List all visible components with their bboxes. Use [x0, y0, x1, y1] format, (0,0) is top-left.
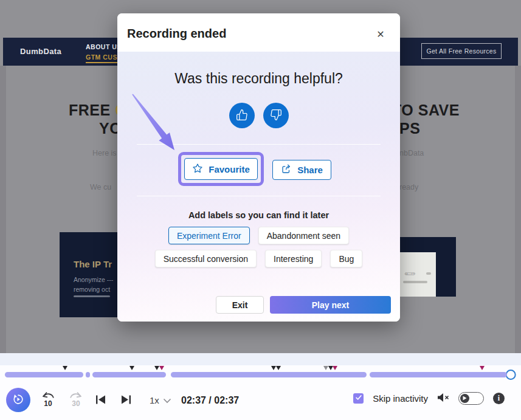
page-gutter-right	[515, 66, 521, 353]
nav-item-about-us: ABOUT US	[86, 43, 122, 50]
share-button[interactable]: Share	[272, 160, 331, 180]
playback-speed-selector[interactable]: 1x	[150, 395, 171, 405]
free-resources-button: Get All Free Resources	[421, 43, 502, 59]
recording-ended-dialog: Recording ended ✕ Was this recording hel…	[117, 13, 400, 322]
timeline-segment[interactable]	[5, 372, 83, 377]
play-next-button[interactable]: Play next	[270, 296, 391, 314]
feature-card-title: The IP Tr	[74, 259, 112, 269]
share-label: Share	[297, 165, 323, 175]
timeline-segment[interactable]	[171, 372, 366, 377]
skip-inactivity-label[interactable]: Skip inactivity	[373, 393, 428, 404]
timeline-segment[interactable]	[370, 372, 507, 377]
thumbs-up-icon	[236, 109, 248, 123]
label-chip-successful-conversion[interactable]: Successful conversion	[155, 250, 257, 267]
labels-row-2: Successful conversion Interesting Bug	[117, 250, 400, 267]
next-icon	[121, 398, 131, 407]
timeline[interactable]	[5, 353, 516, 384]
thumbs-row	[117, 103, 400, 128]
hero-heading-right: TO SAVE	[392, 102, 460, 119]
divider	[137, 144, 381, 145]
previous-recording-button[interactable]	[95, 394, 106, 407]
tutorial-highlight-frame: Favourite	[178, 152, 264, 186]
previous-icon	[95, 398, 106, 407]
dialog-body: Was this recording helpful?	[117, 52, 400, 322]
skip-back-10-button[interactable]: 10	[40, 390, 56, 408]
label-chip-abandonment-seen[interactable]: Abandonment seen	[258, 227, 349, 244]
helpful-question: Was this recording helpful?	[117, 71, 400, 87]
skip-forward-amount: 30	[72, 399, 80, 408]
timeline-segment[interactable]	[86, 372, 89, 377]
thumbs-down-button[interactable]	[263, 103, 289, 128]
info-button[interactable]: i	[493, 393, 505, 404]
timeline-event-marker[interactable]	[480, 366, 485, 370]
label-chip-bug[interactable]: Bug	[330, 250, 362, 267]
hero-heading-left-black: FREE	[69, 102, 115, 119]
site-logo: DumbData	[20, 47, 61, 56]
labels-heading: Add labels so you can find it later	[117, 210, 400, 220]
timeline-event-marker[interactable]	[63, 366, 67, 370]
checkmark-icon	[355, 394, 362, 403]
close-icon: ✕	[376, 29, 384, 40]
feature-card-line3-truncated	[74, 295, 110, 297]
favourite-button[interactable]: Favourite	[184, 158, 258, 180]
replay-button[interactable]	[6, 388, 30, 412]
skip-forward-30-button[interactable]: 30	[68, 390, 84, 408]
feature-card-line2: removing oct	[74, 286, 110, 293]
hero-subtext-right-2: ready	[399, 183, 418, 191]
timeline-event-marker[interactable]	[159, 366, 164, 370]
timeline-event-marker[interactable]	[276, 366, 281, 370]
timeline-segment[interactable]	[92, 372, 166, 377]
skip-forward-30-icon: 30	[68, 401, 84, 410]
timeline-event-marker[interactable]	[154, 366, 159, 370]
feature-card-line1: Anonymize ---	[74, 276, 113, 283]
skip-back-amount: 10	[44, 399, 52, 408]
favourite-label: Favourite	[209, 164, 250, 174]
label-chip-experiment-error[interactable]: Experiment Error	[168, 227, 250, 244]
playback-right-controls: Skip inactivity i	[353, 392, 505, 405]
dialog-footer: Exit Play next	[216, 296, 391, 314]
share-icon	[281, 164, 292, 176]
playback-speed-value: 1x	[150, 395, 159, 405]
labels-row-1: Experiment Error Abandonment seen	[117, 227, 400, 244]
dialog-header: Recording ended ✕	[117, 13, 400, 52]
gallery-chip: GALLERY	[405, 272, 415, 275]
divider	[137, 196, 381, 196]
playback-time: 02:37 / 02:37	[181, 395, 239, 406]
screenshot-text-bar	[403, 281, 427, 283]
thumbs-down-icon	[270, 109, 282, 123]
hero-subtext-right-1: nbData	[399, 149, 424, 157]
skip-inactivity-checkbox[interactable]	[353, 393, 364, 404]
mute-button[interactable]	[437, 393, 449, 404]
exit-button[interactable]: Exit	[216, 296, 264, 314]
autoplay-toggle-knob	[460, 394, 469, 403]
autoplay-toggle[interactable]	[458, 392, 484, 405]
close-button[interactable]: ✕	[372, 26, 389, 43]
speaker-muted-icon	[437, 393, 449, 404]
nav-item-gtm: GTM CUST	[86, 53, 122, 63]
session-replay-screen: DumbData ABOUT US GTM CUST Get All Free …	[0, 0, 521, 420]
label-chip-interesting[interactable]: Interesting	[265, 250, 322, 267]
hero-subtext-left-2: We cu	[90, 183, 111, 191]
next-recording-button[interactable]	[121, 394, 131, 407]
pencil-icon	[426, 272, 431, 275]
hero-subtext-left-1: Here is	[92, 149, 117, 157]
feature-card-screenshot: GALLERY	[399, 252, 436, 297]
timeline-playhead[interactable]	[506, 370, 516, 380]
thumbs-up-button[interactable]	[229, 103, 255, 128]
hero-heading-right-line2: PS	[399, 120, 420, 137]
timeline-event-marker[interactable]	[129, 366, 134, 370]
playback-bar: 10 30	[0, 353, 521, 420]
skip-back-10-icon: 10	[40, 401, 56, 410]
replay-icon	[12, 393, 25, 408]
page-gutter-left	[0, 66, 6, 353]
chevron-down-icon	[163, 395, 171, 405]
dialog-title: Recording ended	[127, 27, 226, 41]
timeline-event-marker[interactable]	[333, 366, 337, 370]
star-icon	[192, 163, 203, 176]
